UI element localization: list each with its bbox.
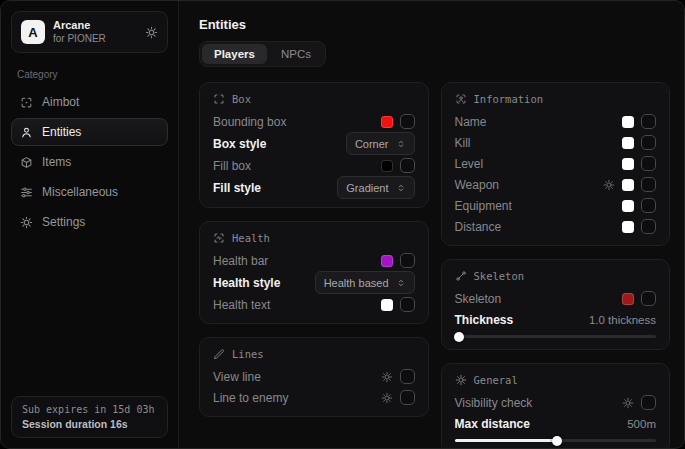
health-text-row: Health text [213,294,415,315]
row-label: Level [455,157,484,171]
card-title: Health [232,232,270,244]
row-label: Fill box [213,159,251,173]
brand-card: A Arcane for PIONER [11,11,168,53]
pencil-icon [213,348,225,360]
lines-card: Lines View line Line to enemy [199,337,429,417]
scan-box-icon [213,93,225,105]
bone-icon [455,270,467,282]
bounding-box-row: Bounding box [213,111,415,132]
brand-logo: A [21,20,45,44]
gear-icon[interactable] [622,397,634,409]
gear-icon[interactable] [603,179,615,191]
health-card-header: Health [213,229,415,247]
gear-icon[interactable] [145,26,158,39]
row-checkbox[interactable] [641,198,656,213]
row-checkbox[interactable] [641,135,656,150]
skeleton-card-header: Skeleton [455,267,657,285]
equipment-row: Equipment [455,195,657,216]
max-distance-slider[interactable] [455,435,657,445]
row-checkbox[interactable] [400,158,415,173]
brand-text: Arcane for PIONER [53,19,137,45]
package-icon [20,156,33,169]
slider-track [455,335,657,338]
health-style-row: Health style Health based [213,271,415,294]
row-checkbox[interactable] [641,156,656,171]
health-style-dropdown[interactable]: Health based [315,271,415,294]
color-swatch[interactable] [622,116,634,128]
slider-value: 500m [627,418,656,430]
row-label: Line to enemy [213,391,288,405]
row-checkbox[interactable] [641,219,656,234]
row-checkbox[interactable] [400,297,415,312]
skeleton-row: Skeleton [455,288,657,309]
sidebar-item-settings[interactable]: Settings [11,208,168,236]
box-card-header: Box [213,90,415,108]
row-checkbox[interactable] [641,177,656,192]
row-checkbox[interactable] [400,114,415,129]
row-checkbox[interactable] [400,253,415,268]
color-swatch[interactable] [381,116,393,128]
user-icon [20,126,33,139]
slider-thumb[interactable] [552,436,562,446]
category-label: Category [17,69,168,80]
row-label: Max distance [455,417,530,431]
color-swatch[interactable] [622,293,634,305]
unfold-icon [396,278,406,288]
user-scan-icon [455,93,467,105]
tab-players[interactable]: Players [202,44,267,64]
row-checkbox[interactable] [400,369,415,384]
dropdown-value: Corner [355,138,389,150]
row-checkbox[interactable] [400,390,415,405]
sidebar-item-label: Aimbot [42,95,79,109]
row-checkbox[interactable] [641,291,656,306]
dropdown-value: Gradient [346,182,388,194]
slider-thumb[interactable] [454,332,464,342]
color-swatch[interactable] [381,255,393,267]
color-swatch[interactable] [622,179,634,191]
sidebar-item-aimbot[interactable]: Aimbot [11,88,168,116]
gear-icon[interactable] [381,392,393,404]
row-controls [381,158,415,173]
color-swatch[interactable] [381,160,393,172]
row-controls [622,198,656,213]
row-label: Skeleton [455,292,502,306]
distance-row: Distance [455,216,657,237]
fill-style-dropdown[interactable]: Gradient [337,176,414,199]
sidebar-item-label: Miscellaneous [42,185,118,199]
color-swatch[interactable] [381,299,393,311]
row-checkbox[interactable] [641,395,656,410]
row-label: Health style [213,276,280,290]
row-controls [622,156,656,171]
sidebar-item-miscellaneous[interactable]: Miscellaneous [11,178,168,206]
information-card-header: Information [455,90,657,108]
row-label: Kill [455,136,471,150]
thickness-slider[interactable] [455,331,657,341]
row-controls [381,390,415,405]
lines-card-header: Lines [213,345,415,363]
sidebar-item-items[interactable]: Items [11,148,168,176]
box-style-dropdown[interactable]: Corner [346,132,415,155]
left-column: Box Bounding box Box style Corner [199,82,429,417]
color-swatch[interactable] [622,137,634,149]
color-swatch[interactable] [622,221,634,233]
tab-npcs[interactable]: NPCs [269,44,323,64]
skeleton-card: Skeleton Skeleton Thickness 1.0 thicknes… [441,259,671,350]
card-title: Information [474,93,544,105]
fill-box-row: Fill box [213,155,415,176]
view-line-row: View line [213,366,415,387]
gear-icon[interactable] [381,371,393,383]
dropdown-value: Health based [324,277,389,289]
color-swatch[interactable] [622,158,634,170]
max-distance-label-row: Max distance 500m [455,413,657,434]
sidebar: A Arcane for PIONER Category Aimbot Enti… [1,1,179,448]
row-checkbox[interactable] [641,114,656,129]
color-swatch[interactable] [622,200,634,212]
sidebar-spacer [11,236,168,396]
sub-expires-text: Sub expires in 15d 03h [22,404,157,415]
row-controls [603,177,656,192]
general-card-header: General [455,371,657,389]
fill-style-row: Fill style Gradient [213,176,415,199]
card-title: General [474,374,518,386]
sidebar-item-entities[interactable]: Entities [11,118,168,146]
entity-tabs: Players NPCs [199,41,326,67]
